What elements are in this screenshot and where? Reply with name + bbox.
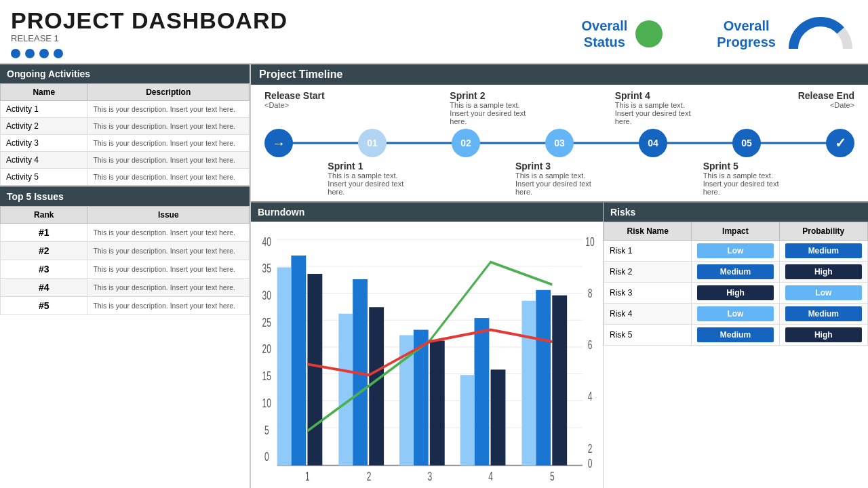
burndown-section: Burndown 40 35 30 25 20 15 10 5 0 (251, 203, 604, 488)
tl-title-4: Release End (780, 90, 854, 101)
overall-status-label: OverallStatus (581, 18, 627, 50)
svg-text:15: 15 (262, 369, 271, 383)
dot-1 (11, 49, 20, 58)
issue-row: #1 This is your description. Insert your… (1, 224, 250, 242)
tl-btitle-3: Sprint 5 (703, 161, 798, 171)
top5-issues-section: Top 5 Issues Rank Issue #1 This is your … (0, 187, 250, 488)
timeline-bottom-labels: Sprint 1 This is a sample text. Insert y… (264, 161, 854, 196)
activity-row: Activity 3 This is your description. Ins… (1, 135, 250, 152)
issue-row: #4 This is your description. Insert your… (1, 279, 250, 297)
tl-label-release-end: Release End <Date> (780, 90, 854, 125)
dot-4 (54, 49, 63, 58)
risk-probability: Medium (779, 304, 867, 325)
top5-issues-header: Top 5 Issues (0, 187, 250, 206)
right-panel: Project Timeline Release Start <Date> Sp… (251, 64, 868, 488)
issue-row: #5 This is your description. Insert your… (1, 297, 250, 315)
tl-node-arrow: → (264, 129, 293, 157)
svg-text:1: 1 (305, 470, 310, 483)
col-probability: Probability (779, 222, 867, 241)
tl-node-01: 01 (358, 129, 387, 157)
svg-text:30: 30 (262, 289, 271, 302)
dot-2 (25, 49, 35, 58)
svg-text:2: 2 (588, 441, 593, 455)
svg-rect-38 (521, 301, 536, 466)
risk-name: Risk 3 (604, 283, 692, 304)
issue-row: #3 This is your description. Insert your… (1, 260, 250, 279)
svg-rect-33 (552, 296, 567, 466)
issue-rank: #1 (1, 224, 87, 242)
tl-label-sprint2: Sprint 2 This is a sample text. Insert y… (450, 90, 551, 125)
activity-name: Activity 4 (1, 152, 87, 169)
timeline-top-labels: Release Start <Date> Sprint 2 This is a … (264, 90, 854, 125)
activity-name: Activity 1 (1, 101, 87, 118)
main-content: Ongoing Activities Name Description Acti… (0, 64, 868, 488)
risk-row: Risk 3 High Low (604, 283, 868, 304)
risk-row: Risk 2 Medium High (604, 262, 868, 283)
overall-progress: OverallProgress (717, 15, 854, 52)
col-impact: Impact (692, 222, 779, 241)
timeline-section: Project Timeline Release Start <Date> Sp… (251, 64, 868, 203)
risk-name: Risk 4 (604, 304, 692, 325)
risk-impact: Low (692, 241, 779, 262)
svg-text:6: 6 (588, 338, 593, 352)
tl-bsub-2: This is a sample text. Insert your desir… (515, 171, 604, 196)
svg-rect-30 (369, 307, 384, 465)
dot-3 (39, 49, 49, 58)
left-panel: Ongoing Activities Name Description Acti… (0, 64, 251, 488)
header: PROJECT DASHBOARD RELEASE 1 OverallStatu… (0, 0, 868, 64)
issue-desc: This is your description. Insert your te… (87, 297, 250, 315)
risk-probability: High (779, 262, 867, 283)
tl-label-sprint3: Sprint 3 This is a sample text. Insert y… (515, 161, 610, 196)
tl-sub-2: This is a sample text. Insert your desir… (450, 101, 538, 125)
page-title: PROJECT DASHBOARD (11, 9, 581, 32)
tl-node-03: 03 (545, 129, 574, 157)
overall-progress-label: OverallProgress (717, 18, 776, 50)
svg-text:25: 25 (262, 316, 271, 329)
tl-node-04: 04 (639, 129, 667, 157)
risk-row: Risk 5 Medium High (604, 325, 868, 346)
svg-text:40: 40 (262, 235, 271, 248)
svg-rect-27 (474, 318, 489, 465)
burndown-header: Burndown (251, 203, 603, 222)
col-issue: Issue (87, 207, 250, 224)
svg-text:10: 10 (262, 396, 271, 410)
svg-text:0: 0 (588, 456, 593, 470)
activity-row: Activity 1 This is your description. Ins… (1, 101, 250, 118)
svg-text:0: 0 (264, 450, 269, 464)
risk-impact: Medium (692, 262, 779, 283)
activity-name: Activity 3 (1, 135, 87, 152)
burndown-chart: 40 35 30 25 20 15 10 5 0 10 8 6 4 (251, 222, 603, 485)
tl-node-02: 02 (452, 129, 480, 157)
svg-text:5: 5 (550, 470, 555, 483)
risks-table: Risk Name Impact Probability Risk 1 Low … (604, 222, 868, 346)
svg-text:35: 35 (262, 262, 271, 275)
svg-text:2: 2 (367, 470, 372, 483)
tl-node-05: 05 (732, 129, 761, 157)
risk-row: Risk 1 Low Medium (604, 241, 868, 262)
tl-sub-3: This is a sample text. Insert your desir… (615, 101, 703, 125)
bottom-row: Burndown 40 35 30 25 20 15 10 5 0 (251, 203, 868, 488)
issue-rank: #3 (1, 260, 87, 279)
risk-probability: Medium (779, 241, 867, 262)
ongoing-activities-header: Ongoing Activities (0, 64, 250, 83)
svg-rect-29 (307, 274, 322, 466)
svg-text:3: 3 (428, 470, 433, 483)
tl-label-release-start: Release Start <Date> (264, 90, 346, 125)
svg-rect-31 (430, 340, 445, 465)
risk-impact: High (692, 283, 779, 304)
risk-impact: Medium (692, 325, 779, 346)
col-rank: Rank (1, 207, 87, 224)
activity-desc: This is your description. Insert your te… (87, 101, 250, 118)
activity-row: Activity 2 This is your description. Ins… (1, 118, 250, 135)
activities-table: Name Description Activity 1 This is your… (0, 83, 250, 186)
svg-rect-32 (491, 369, 506, 465)
activity-desc: This is your description. Insert your te… (87, 118, 250, 135)
risk-row: Risk 4 Low Medium (604, 304, 868, 325)
tl-label-sprint1: Sprint 1 This is a sample text. Insert y… (328, 161, 422, 196)
svg-text:10: 10 (585, 235, 594, 248)
risk-name: Risk 5 (604, 325, 692, 346)
overall-status: OverallStatus (581, 18, 663, 50)
svg-text:5: 5 (264, 423, 269, 436)
risks-section: Risks Risk Name Impact Probability Risk … (604, 203, 868, 488)
activity-row: Activity 5 This is your description. Ins… (1, 169, 250, 186)
